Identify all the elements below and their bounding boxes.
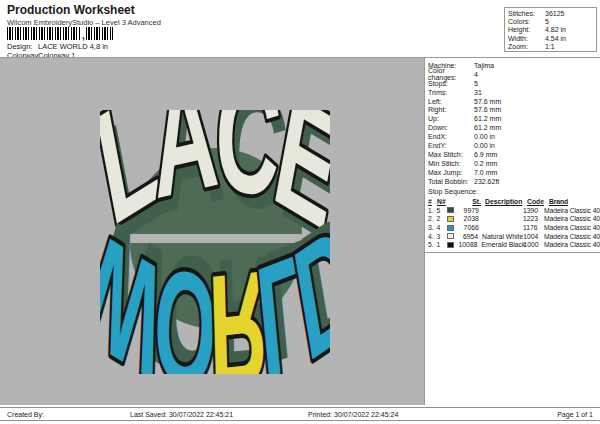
stat-row-colors: Colors: 5 — [508, 18, 596, 26]
stop-sequence-header: # N# St. Description Code Brand — [428, 197, 600, 206]
info-value: 5 — [474, 80, 478, 87]
info-value: 0.2 mm — [474, 160, 497, 167]
info-row: Right: 57.6 mm — [428, 105, 600, 114]
info-value: 31 — [474, 89, 482, 96]
info-label: Max Stitch: — [428, 151, 474, 158]
col-header-description: Description — [483, 198, 527, 205]
info-label: Min Stitch: — [428, 160, 474, 167]
info-row: Up: 61.2 mm — [428, 114, 600, 123]
col-header-n: N# — [437, 198, 448, 205]
stat-label: Stitches: — [508, 10, 545, 18]
info-row: Stops: 5 — [428, 79, 600, 88]
stop-sequence-divider — [425, 252, 600, 253]
stat-label: Height: — [508, 26, 545, 34]
barcode-segment-2 — [86, 27, 113, 40]
stat-value: 5 — [545, 18, 549, 26]
stat-row-stitches: Stitches: 36125 — [508, 10, 596, 18]
info-label: EndY: — [428, 142, 474, 149]
info-value: 7.0 mm — [474, 169, 497, 176]
printed-text: Printed: 30/07/2022 22:45:24 — [308, 411, 398, 418]
thread-color-swatch — [447, 233, 454, 239]
info-value: 4 — [474, 71, 478, 78]
thread-color-swatch — [447, 207, 454, 213]
stop-sequence-row: 5. 1 10088 Emerald Black 1000 Madeira Cl… — [428, 240, 600, 249]
stat-label: Zoom: — [508, 43, 545, 51]
thread-color-swatch — [447, 216, 454, 222]
stop-sequence-row: 2. 2 2038 1223 Madeira Classic 40 — [428, 215, 600, 224]
stop-sequence-row: 1. 5 9979 1390 Madeira Classic 40 — [428, 206, 600, 215]
thread-color-swatch — [447, 242, 454, 248]
col-header-num: # — [428, 198, 437, 205]
col-header-st: St. — [460, 198, 483, 205]
design-canvas: LACE LACE WORLD WORLD — [0, 57, 424, 405]
stat-row-width: Width: 4.54 in — [508, 35, 596, 43]
machine-info-panel: Machine: Tajima Color changes: 4 Stops: … — [424, 57, 600, 405]
stop-sequence-row: 3. 4 7066 1176 Madeira Classic 40 — [428, 223, 600, 232]
info-value: 61.2 mm — [474, 124, 501, 131]
info-row: Down: 61.2 mm — [428, 123, 600, 132]
page-number: Page 1 of 1 — [557, 411, 593, 418]
info-label: Trims: — [428, 89, 474, 96]
stat-value: 4.54 in — [545, 35, 566, 43]
info-value: 57.6 mm — [474, 106, 501, 113]
stat-label: Colors: — [508, 18, 545, 26]
info-value: 57.6 mm — [474, 98, 501, 105]
barcode: , — [7, 27, 113, 40]
info-row: Color changes: 4 — [428, 70, 600, 79]
stop-sequence-title: Stop Sequence: — [428, 188, 600, 197]
lace-world-embroidery-preview: LACE LACE WORLD WORLD — [100, 110, 330, 374]
info-value: 61.2 mm — [474, 115, 501, 122]
stat-value: 36125 — [545, 10, 564, 18]
production-worksheet-page: Production Worksheet Wilcom EmbroiderySt… — [0, 0, 600, 424]
thread-color-swatch — [447, 225, 454, 231]
info-row: Max Stitch: 6.9 mm — [428, 150, 600, 159]
info-label: Right: — [428, 106, 474, 113]
barcode-segment-1 — [7, 27, 81, 40]
barcode-comma: , — [82, 31, 85, 40]
stats-box: Stitches: 36125 Colors: 5 Height: 4.82 i… — [504, 7, 597, 52]
info-row: EndY: 0.00 in — [428, 141, 600, 150]
info-row: Left: 57.6 mm — [428, 97, 600, 106]
info-row: Min Stitch: 0.2 mm — [428, 159, 600, 168]
stop-sequence-row: 4. 3 6954 Natural White 1004 Madeira Cla… — [428, 232, 600, 241]
info-label: Up: — [428, 115, 474, 122]
app-subtitle: Wilcom EmbroideryStudio – Level 3 Advanc… — [7, 18, 161, 27]
stat-row-height: Height: 4.82 in — [508, 26, 596, 34]
info-value: Tajima — [474, 62, 494, 69]
info-label: EndX: — [428, 133, 474, 140]
col-header-brand: Brand — [549, 198, 600, 205]
col-header-code: Code — [527, 198, 549, 205]
info-row: Max Jump: 7.0 mm — [428, 168, 600, 177]
info-row: Total Bobbin: 232.62ft — [428, 177, 600, 186]
info-label: Stops: — [428, 80, 474, 87]
info-label: Max Jump: — [428, 169, 474, 176]
page-title: Production Worksheet — [7, 3, 135, 17]
footer: Created By: Last Saved: 30/07/2022 22:45… — [0, 407, 600, 421]
stat-label: Width: — [508, 35, 545, 43]
info-label: Total Bobbin: — [428, 178, 474, 185]
stat-row-zoom: Zoom: 1:1 — [508, 43, 596, 51]
info-row: EndX: 0.00 in — [428, 132, 600, 141]
created-by-label: Created By: — [7, 411, 44, 418]
info-value: 0.00 in — [474, 142, 495, 149]
info-value: 0.00 in — [474, 133, 495, 140]
last-saved-text: Last Saved: 30/07/2022 22:45:21 — [130, 411, 233, 418]
info-row: Trims: 31 — [428, 88, 600, 97]
info-value: 232.62ft — [474, 178, 499, 185]
info-value: 6.9 mm — [474, 151, 497, 158]
info-label: Down: — [428, 124, 474, 131]
info-label: Left: — [428, 98, 474, 105]
stat-value: 4.82 in — [545, 26, 566, 34]
stat-value: 1:1 — [545, 43, 555, 51]
